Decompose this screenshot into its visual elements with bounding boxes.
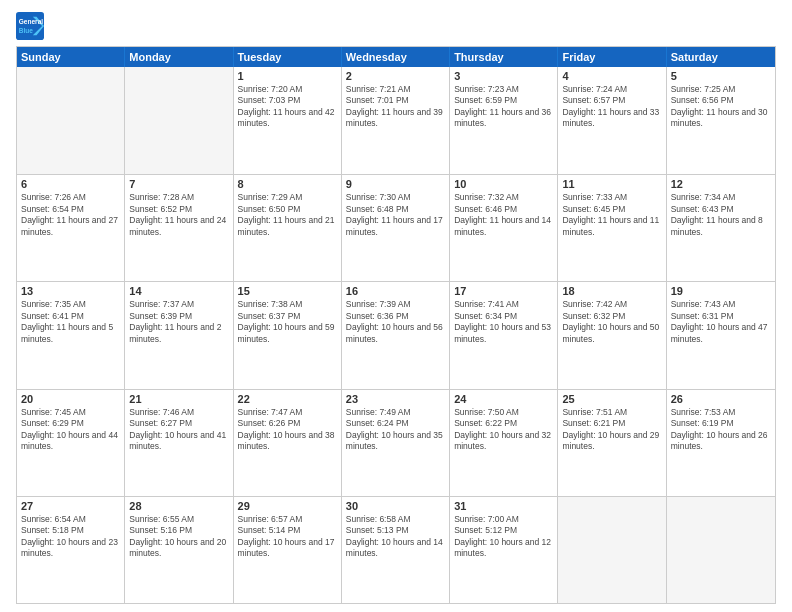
day-number: 10 bbox=[454, 178, 553, 190]
svg-text:General: General bbox=[19, 18, 43, 25]
day-info: Sunrise: 7:43 AMSunset: 6:31 PMDaylight:… bbox=[671, 299, 771, 345]
day-info: Sunrise: 7:37 AMSunset: 6:39 PMDaylight:… bbox=[129, 299, 228, 345]
day-number: 25 bbox=[562, 393, 661, 405]
day-info: Sunrise: 6:57 AMSunset: 5:14 PMDaylight:… bbox=[238, 514, 337, 560]
calendar-day: 16Sunrise: 7:39 AMSunset: 6:36 PMDayligh… bbox=[342, 282, 450, 388]
calendar-day bbox=[17, 67, 125, 174]
day-info: Sunrise: 7:41 AMSunset: 6:34 PMDaylight:… bbox=[454, 299, 553, 345]
calendar-day bbox=[667, 497, 775, 603]
day-number: 9 bbox=[346, 178, 445, 190]
calendar-week: 6Sunrise: 7:26 AMSunset: 6:54 PMDaylight… bbox=[17, 174, 775, 281]
day-info: Sunrise: 7:26 AMSunset: 6:54 PMDaylight:… bbox=[21, 192, 120, 238]
day-info: Sunrise: 7:45 AMSunset: 6:29 PMDaylight:… bbox=[21, 407, 120, 453]
day-number: 1 bbox=[238, 70, 337, 82]
day-info: Sunrise: 7:32 AMSunset: 6:46 PMDaylight:… bbox=[454, 192, 553, 238]
calendar-day: 6Sunrise: 7:26 AMSunset: 6:54 PMDaylight… bbox=[17, 175, 125, 281]
calendar-day: 17Sunrise: 7:41 AMSunset: 6:34 PMDayligh… bbox=[450, 282, 558, 388]
weekday-header: Sunday bbox=[17, 47, 125, 67]
day-number: 15 bbox=[238, 285, 337, 297]
day-number: 4 bbox=[562, 70, 661, 82]
weekday-header: Monday bbox=[125, 47, 233, 67]
calendar-day: 30Sunrise: 6:58 AMSunset: 5:13 PMDayligh… bbox=[342, 497, 450, 603]
calendar: SundayMondayTuesdayWednesdayThursdayFrid… bbox=[16, 46, 776, 604]
calendar-day: 23Sunrise: 7:49 AMSunset: 6:24 PMDayligh… bbox=[342, 390, 450, 496]
day-number: 2 bbox=[346, 70, 445, 82]
weekday-header: Saturday bbox=[667, 47, 775, 67]
day-number: 22 bbox=[238, 393, 337, 405]
calendar-header: SundayMondayTuesdayWednesdayThursdayFrid… bbox=[17, 47, 775, 67]
calendar-day: 26Sunrise: 7:53 AMSunset: 6:19 PMDayligh… bbox=[667, 390, 775, 496]
calendar-day: 3Sunrise: 7:23 AMSunset: 6:59 PMDaylight… bbox=[450, 67, 558, 174]
day-number: 28 bbox=[129, 500, 228, 512]
weekday-header: Thursday bbox=[450, 47, 558, 67]
day-number: 11 bbox=[562, 178, 661, 190]
calendar-day bbox=[558, 497, 666, 603]
calendar-day: 22Sunrise: 7:47 AMSunset: 6:26 PMDayligh… bbox=[234, 390, 342, 496]
day-number: 21 bbox=[129, 393, 228, 405]
calendar-day: 15Sunrise: 7:38 AMSunset: 6:37 PMDayligh… bbox=[234, 282, 342, 388]
day-info: Sunrise: 7:21 AMSunset: 7:01 PMDaylight:… bbox=[346, 84, 445, 130]
calendar-day: 8Sunrise: 7:29 AMSunset: 6:50 PMDaylight… bbox=[234, 175, 342, 281]
calendar-day: 5Sunrise: 7:25 AMSunset: 6:56 PMDaylight… bbox=[667, 67, 775, 174]
day-info: Sunrise: 7:20 AMSunset: 7:03 PMDaylight:… bbox=[238, 84, 337, 130]
day-number: 30 bbox=[346, 500, 445, 512]
calendar-day: 24Sunrise: 7:50 AMSunset: 6:22 PMDayligh… bbox=[450, 390, 558, 496]
day-number: 14 bbox=[129, 285, 228, 297]
calendar-day: 9Sunrise: 7:30 AMSunset: 6:48 PMDaylight… bbox=[342, 175, 450, 281]
calendar-day: 4Sunrise: 7:24 AMSunset: 6:57 PMDaylight… bbox=[558, 67, 666, 174]
calendar-day: 1Sunrise: 7:20 AMSunset: 7:03 PMDaylight… bbox=[234, 67, 342, 174]
calendar-day: 10Sunrise: 7:32 AMSunset: 6:46 PMDayligh… bbox=[450, 175, 558, 281]
day-info: Sunrise: 7:35 AMSunset: 6:41 PMDaylight:… bbox=[21, 299, 120, 345]
header: General Blue bbox=[16, 12, 776, 40]
calendar-day: 14Sunrise: 7:37 AMSunset: 6:39 PMDayligh… bbox=[125, 282, 233, 388]
day-number: 8 bbox=[238, 178, 337, 190]
calendar-week: 13Sunrise: 7:35 AMSunset: 6:41 PMDayligh… bbox=[17, 281, 775, 388]
day-number: 12 bbox=[671, 178, 771, 190]
calendar-day: 19Sunrise: 7:43 AMSunset: 6:31 PMDayligh… bbox=[667, 282, 775, 388]
day-number: 23 bbox=[346, 393, 445, 405]
day-info: Sunrise: 7:50 AMSunset: 6:22 PMDaylight:… bbox=[454, 407, 553, 453]
weekday-header: Tuesday bbox=[234, 47, 342, 67]
calendar-week: 1Sunrise: 7:20 AMSunset: 7:03 PMDaylight… bbox=[17, 67, 775, 174]
day-number: 13 bbox=[21, 285, 120, 297]
weekday-header: Wednesday bbox=[342, 47, 450, 67]
calendar-day bbox=[125, 67, 233, 174]
day-info: Sunrise: 7:00 AMSunset: 5:12 PMDaylight:… bbox=[454, 514, 553, 560]
calendar-day: 12Sunrise: 7:34 AMSunset: 6:43 PMDayligh… bbox=[667, 175, 775, 281]
day-info: Sunrise: 7:25 AMSunset: 6:56 PMDaylight:… bbox=[671, 84, 771, 130]
calendar-day: 25Sunrise: 7:51 AMSunset: 6:21 PMDayligh… bbox=[558, 390, 666, 496]
calendar-day: 11Sunrise: 7:33 AMSunset: 6:45 PMDayligh… bbox=[558, 175, 666, 281]
calendar-day: 29Sunrise: 6:57 AMSunset: 5:14 PMDayligh… bbox=[234, 497, 342, 603]
calendar-day: 21Sunrise: 7:46 AMSunset: 6:27 PMDayligh… bbox=[125, 390, 233, 496]
day-number: 16 bbox=[346, 285, 445, 297]
weekday-header: Friday bbox=[558, 47, 666, 67]
day-number: 3 bbox=[454, 70, 553, 82]
day-info: Sunrise: 7:49 AMSunset: 6:24 PMDaylight:… bbox=[346, 407, 445, 453]
calendar-body: 1Sunrise: 7:20 AMSunset: 7:03 PMDaylight… bbox=[17, 67, 775, 603]
svg-rect-0 bbox=[16, 12, 44, 40]
day-info: Sunrise: 6:58 AMSunset: 5:13 PMDaylight:… bbox=[346, 514, 445, 560]
calendar-day: 31Sunrise: 7:00 AMSunset: 5:12 PMDayligh… bbox=[450, 497, 558, 603]
calendar-day: 13Sunrise: 7:35 AMSunset: 6:41 PMDayligh… bbox=[17, 282, 125, 388]
day-info: Sunrise: 7:38 AMSunset: 6:37 PMDaylight:… bbox=[238, 299, 337, 345]
day-info: Sunrise: 7:29 AMSunset: 6:50 PMDaylight:… bbox=[238, 192, 337, 238]
day-number: 19 bbox=[671, 285, 771, 297]
calendar-week: 27Sunrise: 6:54 AMSunset: 5:18 PMDayligh… bbox=[17, 496, 775, 603]
day-number: 5 bbox=[671, 70, 771, 82]
day-info: Sunrise: 7:42 AMSunset: 6:32 PMDaylight:… bbox=[562, 299, 661, 345]
day-number: 18 bbox=[562, 285, 661, 297]
page: General Blue SundayMondayTuesdayWednesda… bbox=[0, 0, 792, 612]
day-number: 24 bbox=[454, 393, 553, 405]
svg-text:Blue: Blue bbox=[19, 27, 33, 34]
calendar-week: 20Sunrise: 7:45 AMSunset: 6:29 PMDayligh… bbox=[17, 389, 775, 496]
day-info: Sunrise: 7:28 AMSunset: 6:52 PMDaylight:… bbox=[129, 192, 228, 238]
day-number: 29 bbox=[238, 500, 337, 512]
logo: General Blue bbox=[16, 12, 44, 40]
day-info: Sunrise: 7:30 AMSunset: 6:48 PMDaylight:… bbox=[346, 192, 445, 238]
calendar-day: 2Sunrise: 7:21 AMSunset: 7:01 PMDaylight… bbox=[342, 67, 450, 174]
day-number: 7 bbox=[129, 178, 228, 190]
calendar-day: 7Sunrise: 7:28 AMSunset: 6:52 PMDaylight… bbox=[125, 175, 233, 281]
day-info: Sunrise: 6:55 AMSunset: 5:16 PMDaylight:… bbox=[129, 514, 228, 560]
day-info: Sunrise: 7:33 AMSunset: 6:45 PMDaylight:… bbox=[562, 192, 661, 238]
day-number: 31 bbox=[454, 500, 553, 512]
